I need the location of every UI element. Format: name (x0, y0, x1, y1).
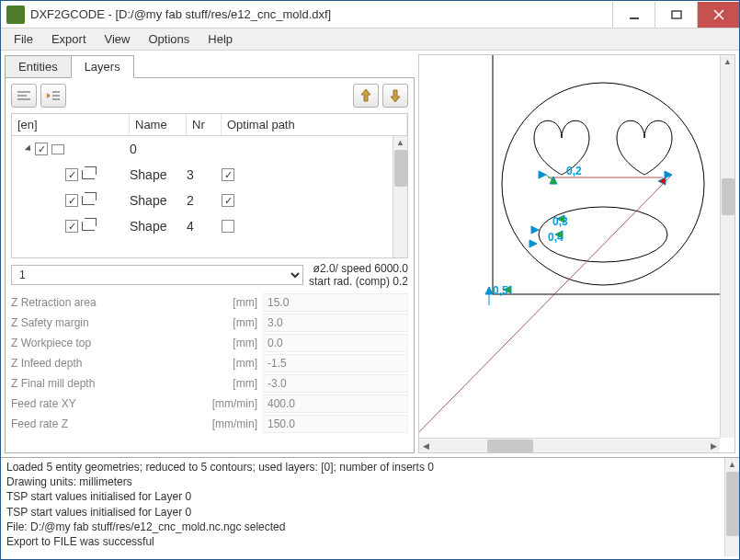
drawing-svg: 0,2 0,3 0,4 0,5 (419, 55, 723, 441)
svg-rect-1 (672, 11, 681, 18)
tool-select[interactable]: 1 (11, 265, 303, 285)
svg-marker-12 (391, 90, 400, 102)
col-enable[interactable]: [en] (12, 114, 130, 135)
menu-options[interactable]: Options (139, 29, 199, 49)
tree-layer-row[interactable]: 0 (12, 136, 407, 162)
col-optimal[interactable]: Optimal path (222, 114, 407, 135)
tab-layers[interactable]: Layers (71, 55, 134, 78)
col-name[interactable]: Name (130, 114, 187, 135)
svg-marker-24 (658, 177, 666, 185)
tab-bar: Entities Layers (5, 55, 415, 78)
optimal-checkbox[interactable] (222, 168, 234, 181)
app-icon (6, 6, 25, 24)
tool-info: ø2.0/ speed 6000.0start rad. (comp) 0.2 (309, 262, 408, 289)
shape-checkbox[interactable] (65, 194, 78, 207)
indent-button[interactable] (40, 84, 66, 108)
param-label: Feed rate Z (11, 417, 204, 430)
maximize-button[interactable] (655, 2, 697, 28)
tree-scrollbar[interactable]: ▲ (393, 136, 407, 257)
param-input[interactable]: 0.0 (263, 334, 408, 352)
svg-text:0,2: 0,2 (566, 165, 582, 177)
menu-export[interactable]: Export (42, 29, 96, 49)
window-title: DXF2GCODE - [D:/@my fab stuff/res/e12_cn… (30, 7, 612, 21)
param-label: Z Retraction area (11, 296, 204, 309)
canvas-hscroll[interactable]: ◀▶ (419, 438, 720, 452)
tree-header: [en] Name Nr Optimal path (12, 114, 407, 136)
layer-icon (51, 144, 64, 154)
expand-icon[interactable] (25, 144, 33, 153)
svg-marker-33 (485, 287, 493, 294)
layer-tree: [en] Name Nr Optimal path 0 Shape 3 (11, 113, 408, 258)
console-line: File: D:/@my fab stuff/res/e12_cnc_mold.… (6, 520, 734, 534)
menu-help[interactable]: Help (199, 29, 242, 49)
menubar: File Export View Options Help (1, 29, 739, 51)
svg-marker-28 (531, 226, 539, 234)
menu-view[interactable]: View (96, 29, 140, 49)
parameters: Z Retraction area[mm]15.0 Z Safety margi… (11, 292, 408, 434)
titlebar: DXF2GCODE - [D:/@my fab stuff/res/e12_cn… (1, 1, 739, 29)
layers-panel: [en] Name Nr Optimal path 0 Shape 3 (5, 77, 415, 453)
tree-shape-row[interactable]: Shape 2 (12, 188, 407, 213)
console: Loaded 5 entity geometries; reduced to 5… (1, 457, 739, 556)
minimize-button[interactable] (612, 2, 655, 28)
col-nr[interactable]: Nr (187, 114, 222, 135)
svg-marker-25 (539, 171, 546, 178)
shape-checkbox[interactable] (65, 168, 78, 181)
menu-file[interactable]: File (5, 29, 42, 49)
layer-name: 0 (130, 142, 187, 156)
console-line: TSP start values initialised for Layer 0 (6, 489, 734, 504)
param-input[interactable]: 3.0 (263, 314, 408, 332)
param-input[interactable]: -1.5 (263, 354, 408, 372)
param-input[interactable]: 15.0 (263, 293, 408, 312)
param-label: Feed rate XY (11, 397, 204, 410)
svg-marker-30 (529, 240, 537, 247)
shape-checkbox[interactable] (65, 220, 78, 233)
console-line: TSP start values initialised for Layer 0 (6, 505, 734, 520)
tree-shape-row[interactable]: Shape 4 (12, 213, 407, 239)
param-label: Z Infeed depth (11, 357, 204, 370)
close-button[interactable] (697, 2, 739, 28)
console-scrollbar[interactable]: ▲ (724, 458, 739, 556)
console-line: Loaded 5 entity geometries; reduced to 5… (6, 460, 734, 474)
align-left-button[interactable] (11, 84, 37, 108)
param-input[interactable]: 400.0 (263, 394, 408, 413)
optimal-checkbox[interactable] (222, 220, 234, 233)
param-label: Z Final mill depth (11, 377, 204, 390)
shape-icon (82, 222, 95, 231)
param-label: Z Safety margin (11, 316, 204, 329)
move-up-button[interactable] (353, 84, 379, 108)
tree-shape-row[interactable]: Shape 3 (12, 162, 407, 188)
console-line: Drawing units: millimeters (6, 474, 734, 489)
preview-canvas[interactable]: 0,2 0,3 0,4 0,5 ▲ ◀▶ (418, 54, 735, 453)
svg-marker-7 (47, 93, 51, 98)
svg-point-15 (502, 83, 704, 285)
svg-line-17 (419, 175, 672, 441)
console-line: Export to FILE was successful (6, 534, 734, 549)
svg-marker-11 (361, 89, 370, 101)
layer-checkbox[interactable] (35, 143, 48, 155)
tab-entities[interactable]: Entities (5, 55, 72, 78)
shape-icon (82, 170, 95, 179)
shape-icon (82, 196, 95, 205)
param-input[interactable]: 150.0 (263, 415, 408, 433)
layers-toolbar (6, 78, 414, 113)
param-input[interactable]: -3.0 (263, 374, 408, 393)
canvas-vscroll[interactable]: ▲ (720, 55, 734, 438)
move-down-button[interactable] (382, 84, 408, 108)
optimal-checkbox[interactable] (222, 194, 234, 207)
param-label: Z Workpiece top (11, 337, 204, 349)
